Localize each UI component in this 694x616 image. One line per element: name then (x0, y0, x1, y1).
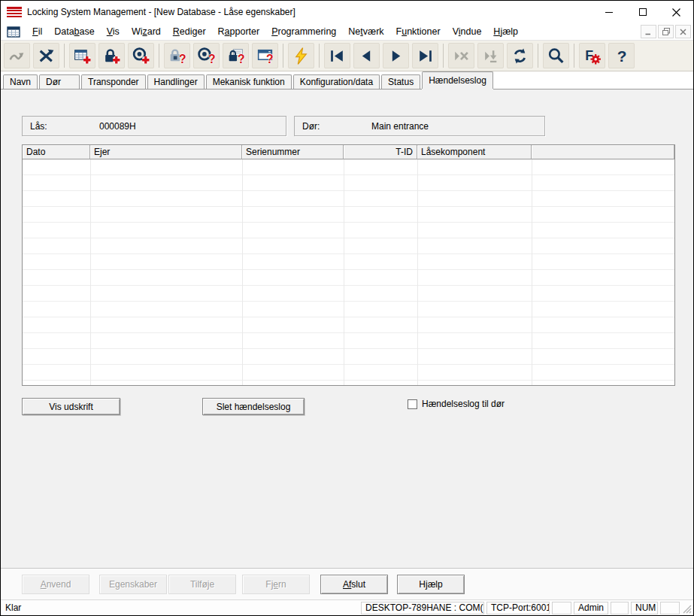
menu-rapporter[interactable]: Rapporter (212, 25, 266, 38)
tab-haendelseslog[interactable]: Hændelseslog (422, 71, 493, 89)
lock-question-icon: ? (168, 47, 186, 65)
last-record-icon (416, 47, 435, 65)
read-lock-data-button[interactable]: ? (223, 43, 249, 68)
menu-vis[interactable]: Vis (101, 25, 126, 38)
app-logo-icon[interactable] (7, 7, 22, 18)
lock-card-question-icon: ? (226, 47, 245, 65)
next-record-icon (386, 47, 405, 65)
menu-rediger[interactable]: Rediger (167, 25, 212, 38)
column-header-serienummer[interactable]: Serienummer (242, 145, 344, 159)
mdi-minimize-button[interactable] (641, 25, 656, 38)
read-transponder-button[interactable]: ? (193, 43, 220, 68)
tab-transponder[interactable]: Transponder (81, 74, 146, 89)
exit-button[interactable]: Afslut (320, 575, 388, 594)
cross-arrow-icon (37, 47, 56, 65)
menu-wizard[interactable]: Wizard (126, 25, 167, 38)
filter-button[interactable]: F (579, 43, 605, 68)
menu-funktioner[interactable]: Funktioner (390, 25, 447, 38)
question-icon: ? (612, 47, 631, 65)
jump-record-button[interactable] (4, 43, 30, 68)
disconnect-button[interactable] (33, 43, 59, 68)
lock-field: Lås: 000089H (22, 116, 286, 136)
tab-doer[interactable]: Dør (39, 74, 80, 89)
new-transponder-button[interactable] (128, 43, 154, 68)
column-separator (344, 159, 344, 385)
status-empty-panel (660, 602, 680, 614)
column-header-dato[interactable]: Dato (23, 145, 90, 159)
transponder-question-icon: ? (197, 47, 216, 65)
add-button: Tilføje (168, 575, 236, 594)
refresh-button[interactable] (507, 43, 533, 68)
door-value: Main entrance (371, 121, 429, 132)
tab-mekanisk-funktion[interactable]: Mekanisk funktion (206, 74, 292, 89)
table-header: Dato Ejer Serienummer T-ID Låsekomponent (23, 145, 674, 159)
last-record-button[interactable] (412, 43, 438, 68)
flash-icon (292, 47, 311, 65)
toolbar-separator (283, 44, 283, 68)
new-locking-plan-button[interactable] (69, 43, 95, 68)
event-log-table: Dato Ejer Serienummer T-ID Låsekomponent (22, 144, 675, 386)
menu-fil[interactable]: Fil (26, 25, 48, 38)
menu-netvaerk[interactable]: Netværk (342, 25, 389, 38)
apply-button: Anvend (22, 575, 89, 594)
app-window: Locking System Management - [New Databas… (0, 0, 694, 616)
menu-hjaelp[interactable]: Hjælp (487, 25, 524, 38)
cancel-record-button[interactable] (448, 43, 474, 68)
status-bar: Klar DESKTOP-789HANE : COM(*) TCP-Port:6… (1, 599, 693, 615)
menu-database[interactable]: Database (48, 25, 101, 38)
column-header-tid[interactable]: T-ID (344, 145, 417, 159)
view-print-button[interactable]: Vis udskrift (22, 398, 120, 415)
mdi-restore-button[interactable] (658, 25, 674, 38)
goto-record-button[interactable] (477, 43, 504, 68)
tab-navn[interactable]: Navn (3, 74, 38, 89)
column-header-laasekomponent[interactable]: Låsekomponent (417, 145, 532, 159)
close-icon (671, 8, 681, 17)
maximize-button[interactable] (626, 1, 659, 23)
menu-bar: Fil Database Vis Wizard Rediger Rapporte… (1, 23, 693, 41)
program-button[interactable] (288, 43, 314, 68)
help-button[interactable]: ? (608, 43, 635, 68)
svg-text:?: ? (266, 53, 274, 65)
mdi-minimize-icon (644, 28, 653, 36)
resize-grip[interactable] (682, 602, 692, 614)
toolbar-separator (443, 44, 444, 68)
door-label: Dør: (295, 121, 320, 132)
minimize-button[interactable] (592, 1, 626, 23)
document-icon[interactable] (7, 26, 20, 38)
close-button[interactable] (659, 1, 693, 23)
svg-text:?: ? (617, 47, 627, 64)
mdi-close-button[interactable] (675, 25, 691, 38)
tab-status[interactable]: Status (381, 74, 420, 89)
column-separator (242, 159, 243, 385)
column-header-empty[interactable] (532, 145, 674, 159)
status-empty-panel (552, 602, 571, 614)
window-controls (592, 1, 693, 23)
column-header-ejer[interactable]: Ejer (90, 145, 242, 159)
properties-button: Egenskaber (99, 575, 167, 594)
toolbar-separator (538, 44, 538, 68)
event-log-to-door-checkbox[interactable] (408, 399, 417, 409)
cancel-record-icon (452, 47, 471, 65)
status-user: Admin (574, 602, 608, 614)
transponder-plus-icon (132, 47, 150, 65)
search-button[interactable] (543, 43, 569, 68)
window-title: Locking System Management - [New Databas… (27, 7, 592, 17)
tab-handlinger[interactable]: Handlinger (147, 74, 205, 89)
status-num-lock: NUM (631, 602, 658, 614)
menu-programmering[interactable]: Programmering (265, 25, 342, 38)
previous-record-button[interactable] (353, 43, 380, 68)
next-record-button[interactable] (383, 43, 409, 68)
read-lock-button[interactable]: ? (164, 43, 190, 68)
read-order-button[interactable]: ? (252, 43, 278, 68)
help-footer-button[interactable]: Hjælp (397, 575, 465, 594)
delete-event-log-button[interactable]: Slet hændelseslog (202, 398, 305, 415)
column-separator (532, 159, 532, 385)
new-lock-button[interactable] (98, 43, 125, 68)
menu-vindue[interactable]: Vindue (447, 25, 488, 38)
tab-konfiguration-data[interactable]: Konfiguration/data (293, 74, 380, 89)
toolbar-separator (64, 44, 65, 68)
window-question-icon: ? (256, 47, 274, 65)
maximize-icon (638, 8, 647, 17)
jump-arrow-icon (8, 47, 26, 65)
first-record-button[interactable] (324, 43, 350, 68)
